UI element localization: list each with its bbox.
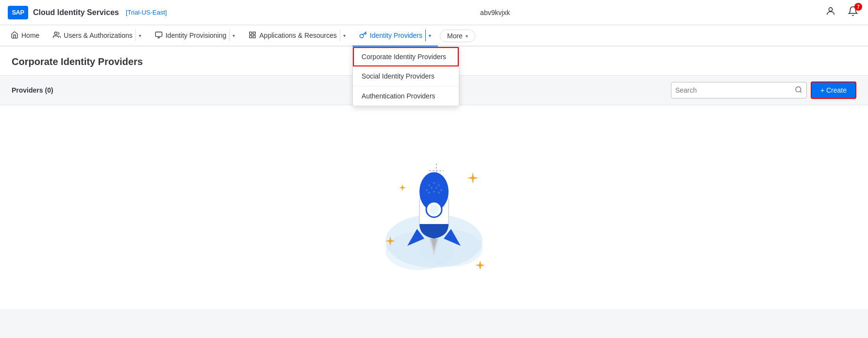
- nav-applications-label: Applications & Resources: [259, 32, 337, 39]
- svg-line-8: [800, 91, 801, 93]
- provisioning-icon: [155, 31, 163, 40]
- nav-users-label: Users & Authorizations: [64, 32, 133, 39]
- notification-bell-button[interactable]: 7: [846, 4, 860, 21]
- notification-count: 7: [854, 3, 862, 11]
- identity-providers-icon: [359, 31, 367, 40]
- toolbar-right: + Create: [671, 81, 856, 99]
- svg-point-17: [433, 182, 435, 184]
- svg-point-27: [429, 205, 439, 214]
- svg-point-16: [428, 184, 430, 186]
- svg-point-18: [438, 184, 440, 186]
- brand-title: Cloud Identity Services: [33, 8, 119, 17]
- identity-providers-chevron-icon: ▾: [429, 33, 431, 38]
- svg-point-20: [431, 187, 433, 189]
- svg-point-23: [428, 192, 430, 193]
- home-icon: [11, 31, 18, 40]
- svg-rect-6: [250, 35, 252, 38]
- search-icon: [795, 86, 802, 95]
- dropdown-authentication-label: Authentication Providers: [362, 92, 435, 100]
- header-center: abv9kvjxk: [167, 9, 823, 16]
- nav-provisioning-label: Identity Provisioning: [166, 32, 226, 39]
- svg-point-25: [438, 192, 440, 193]
- users-icon: [53, 31, 61, 40]
- svg-point-22: [440, 189, 442, 191]
- rocket-illustration: [361, 134, 507, 280]
- users-chevron-icon: ▾: [139, 33, 141, 38]
- nav-more-label: More: [447, 32, 463, 40]
- brand-env: [Trial-US-East]: [126, 9, 167, 16]
- header-actions: 7: [823, 4, 860, 21]
- applications-icon: [249, 31, 256, 40]
- tenant-name: abv9kvjxk: [480, 9, 510, 16]
- providers-count: Providers (0): [12, 86, 53, 94]
- provisioning-chevron-icon: ▾: [233, 33, 235, 38]
- dropdown-corporate-label: Corporate Identity Providers: [362, 53, 446, 61]
- brand-area: SAP Cloud Identity Services [Trial-US-Ea…: [8, 6, 167, 19]
- nav-home-label: Home: [21, 32, 39, 39]
- user-icon-button[interactable]: [823, 4, 838, 21]
- users-divider: [135, 30, 136, 41]
- navbar: Home Users & Authorizations ▾ Identity P…: [0, 25, 868, 47]
- more-chevron-icon: ▾: [466, 33, 468, 39]
- nav-applications[interactable]: Applications & Resources ▾: [242, 25, 352, 47]
- nav-users[interactable]: Users & Authorizations ▾: [46, 25, 148, 47]
- provisioning-divider: [229, 30, 230, 41]
- sap-logo: SAP: [8, 6, 28, 19]
- svg-point-7: [796, 87, 801, 92]
- dropdown-item-social[interactable]: Social Identity Providers: [353, 66, 459, 86]
- svg-point-0: [829, 8, 832, 11]
- svg-rect-3: [250, 32, 252, 34]
- create-button[interactable]: + Create: [811, 81, 856, 99]
- svg-rect-2: [155, 32, 162, 36]
- search-input[interactable]: [675, 86, 795, 94]
- identity-providers-divider: [425, 30, 426, 41]
- dropdown-social-label: Social Identity Providers: [362, 72, 434, 80]
- svg-point-24: [433, 191, 435, 193]
- empty-state: [0, 105, 868, 309]
- nav-more[interactable]: More ▾: [440, 30, 475, 42]
- dropdown-item-corporate[interactable]: Corporate Identity Providers: [353, 47, 459, 66]
- nav-identity-providers[interactable]: Identity Providers ▾ Corporate Identity …: [352, 25, 438, 47]
- identity-providers-dropdown: Corporate Identity Providers Social Iden…: [352, 47, 459, 106]
- nav-provisioning[interactable]: Identity Provisioning ▾: [148, 25, 242, 47]
- svg-point-19: [426, 189, 428, 191]
- dropdown-item-authentication[interactable]: Authentication Providers: [353, 86, 459, 106]
- applications-divider: [340, 30, 340, 41]
- svg-rect-4: [253, 32, 256, 34]
- nav-home[interactable]: Home: [4, 25, 46, 47]
- svg-point-1: [55, 32, 57, 34]
- svg-point-21: [435, 187, 437, 189]
- search-container: [671, 82, 807, 98]
- svg-rect-5: [253, 35, 256, 38]
- app-header: SAP Cloud Identity Services [Trial-US-Ea…: [0, 0, 868, 25]
- applications-chevron-icon: ▾: [343, 33, 346, 38]
- nav-identity-providers-label: Identity Providers: [370, 32, 422, 39]
